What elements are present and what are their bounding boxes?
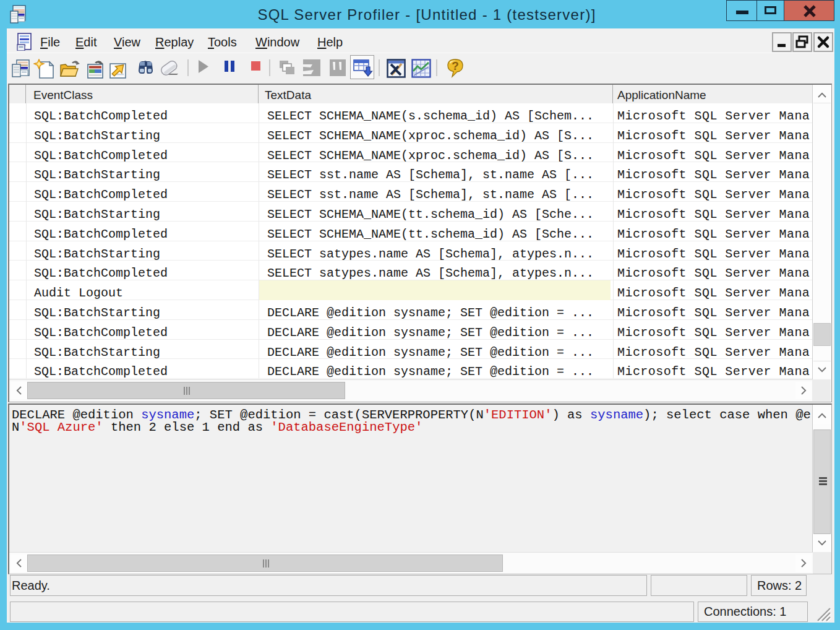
svg-text:?: ? [452, 59, 459, 72]
